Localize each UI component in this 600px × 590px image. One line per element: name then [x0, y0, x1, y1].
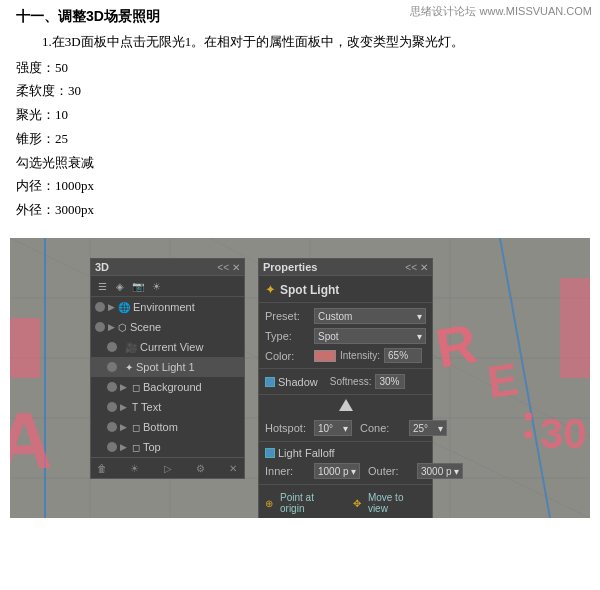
bottom-render-icon[interactable]: ▷ — [161, 461, 175, 475]
svg-rect-17 — [560, 278, 590, 378]
panel-props: Properties << ✕ ✦ Spot Light Preset: C — [258, 258, 433, 518]
cone-dropdown[interactable]: 25° ▾ — [409, 420, 447, 436]
hotspot-chevron-icon: ▾ — [343, 423, 348, 434]
point-at-origin-btn[interactable]: Point at origin — [280, 490, 341, 516]
bottom-icon: ◻ — [132, 422, 140, 433]
page-container: 思绪设计论坛 www.MISSVUAN.COM 十一、调整3D场景照明 1.在3… — [0, 0, 600, 590]
expand-icon: ▶ — [108, 302, 115, 312]
eye-icon — [95, 322, 105, 332]
intensity-field[interactable]: 65% — [384, 348, 422, 363]
bottom-add-icon[interactable]: ☀ — [128, 461, 142, 475]
shadow-checkbox[interactable] — [265, 377, 275, 387]
bg-icon: ◻ — [132, 382, 140, 393]
props-light-label: Spot Light — [280, 283, 339, 297]
param-strength: 强度：50 — [16, 58, 584, 79]
row-bottom-label: Bottom — [143, 421, 178, 433]
row-currentview-label: Current View — [140, 341, 203, 353]
falloff-toggle[interactable]: Light Falloff — [265, 445, 426, 461]
panel-3d-toolbar: ☰ ◈ 📷 ☀ — [91, 276, 244, 297]
row-environment-label: Environment — [133, 301, 195, 313]
props-hotspot-row: Hotspot: 10° ▾ Cone: 25° ▾ — [265, 418, 426, 438]
move-icon: ✥ — [353, 498, 361, 509]
falloff-label: Light Falloff — [278, 447, 335, 459]
outer-label: Outer: — [368, 465, 413, 477]
shadow-checkbox-label[interactable]: Shadow — [265, 376, 318, 388]
panel-props-titlebar: Properties << ✕ — [259, 259, 432, 276]
inner-label: Inner: — [265, 465, 310, 477]
row-scene-label: Scene — [130, 321, 161, 333]
props-falloff-section: Light Falloff Inner: 1000 p ▾ Outer: 300… — [259, 442, 432, 485]
param-inner: 内径：1000px — [16, 176, 584, 197]
softness-label: Softness: — [330, 376, 372, 387]
row-spotlight-label: Spot Light 1 — [136, 361, 195, 373]
inner-dropdown[interactable]: 1000 p ▾ — [314, 463, 360, 479]
panel-props-title: Properties — [263, 261, 317, 273]
svg-rect-16 — [10, 318, 40, 378]
preset-dropdown[interactable]: Custom ▾ — [314, 308, 426, 324]
move-to-view-btn[interactable]: Move to view — [368, 490, 426, 516]
panel-3d-collapse[interactable]: << — [217, 262, 229, 273]
param-cone: 锥形：25 — [16, 129, 584, 150]
panel-3d: 3D << ✕ ☰ ◈ 📷 ☀ ▶ 🌐 Environment — [90, 258, 245, 479]
panel-row-background[interactable]: ▶ ◻ Background — [91, 377, 244, 397]
outer-dropdown[interactable]: 3000 p ▾ — [417, 463, 463, 479]
props-preset-section: Preset: Custom ▾ Type: Spot ▾ Colo — [259, 303, 432, 369]
cone-label: Cone: — [360, 422, 405, 434]
toolbar-list-icon[interactable]: ☰ — [95, 279, 109, 293]
param-falloff: 勾选光照衰减 — [16, 153, 584, 174]
type-value: Spot — [318, 331, 339, 342]
expand-icon: ▶ — [120, 442, 127, 452]
intensity-label: Intensity: — [340, 350, 380, 361]
color-label: Color: — [265, 350, 310, 362]
panel-row-spotlight[interactable]: ✦ Spot Light 1 — [91, 357, 244, 377]
param-spotlight: 聚光：10 — [16, 105, 584, 126]
hotspot-dropdown[interactable]: 10° ▾ — [314, 420, 352, 436]
props-light-header: ✦ Spot Light — [259, 276, 432, 303]
triangle-indicator — [259, 395, 432, 415]
panel-row-text[interactable]: ▶ T Text — [91, 397, 244, 417]
view-icon: 🎥 — [125, 342, 137, 353]
row-top-label: Top — [143, 441, 161, 453]
props-header-row: ✦ Spot Light — [265, 279, 426, 299]
panel-3d-close[interactable]: ✕ — [232, 262, 240, 273]
outer-chevron-icon: ▾ — [454, 466, 459, 477]
props-color-row: Color: Intensity: 65% — [265, 346, 426, 365]
panel-row-currentview[interactable]: 🎥 Current View — [91, 337, 244, 357]
expand-icon: ▶ — [120, 422, 127, 432]
hotspot-value: 10° — [318, 423, 333, 434]
props-inner-row: Inner: 1000 p ▾ Outer: 3000 p ▾ — [265, 461, 426, 481]
param-outer: 外径：3000px — [16, 200, 584, 221]
eye-icon — [107, 362, 117, 372]
toolbar-scene-icon[interactable]: ◈ — [113, 279, 127, 293]
type-dropdown[interactable]: Spot ▾ — [314, 328, 426, 344]
svg-text:R: R — [431, 312, 481, 380]
intensity-value: 65% — [388, 350, 408, 361]
row-background-label: Background — [143, 381, 202, 393]
bottom-settings-icon[interactable]: ⚙ — [193, 461, 207, 475]
preset-value: Custom — [318, 311, 352, 322]
panel-row-bottom[interactable]: ▶ ◻ Bottom — [91, 417, 244, 437]
panel-props-controls: << ✕ — [405, 262, 428, 273]
falloff-checkbox[interactable] — [265, 448, 275, 458]
falloff-checkbox-label[interactable]: Light Falloff — [265, 447, 426, 459]
toolbar-light-icon[interactable]: ☀ — [149, 279, 163, 293]
panel-row-environment[interactable]: ▶ 🌐 Environment — [91, 297, 244, 317]
props-preset-row: Preset: Custom ▾ — [265, 306, 426, 326]
panel-props-close[interactable]: ✕ — [420, 262, 428, 273]
svg-text:E: E — [484, 353, 521, 408]
softness-field[interactable]: 30% — [375, 374, 405, 389]
panel-3d-titlebar: 3D << ✕ — [91, 259, 244, 276]
instruction-text: 1.在3D面板中点击无限光1。在相对于的属性面板中，改变类型为聚光灯。 — [16, 32, 584, 52]
toolbar-camera-icon[interactable]: 📷 — [131, 279, 145, 293]
props-shadow-section: Shadow Softness: 30% — [259, 369, 432, 395]
color-swatch[interactable] — [314, 350, 336, 362]
env-icon: 🌐 — [118, 302, 130, 313]
panel-row-scene[interactable]: ▶ ⬡ Scene — [91, 317, 244, 337]
props-type-row: Type: Spot ▾ — [265, 326, 426, 346]
spotlight-icon: ✦ — [265, 282, 276, 297]
panel-props-collapse[interactable]: << — [405, 262, 417, 273]
panel-row-top[interactable]: ▶ ◻ Top — [91, 437, 244, 457]
bottom-delete-icon[interactable]: ✕ — [226, 461, 240, 475]
panel-3d-title: 3D — [95, 261, 109, 273]
bottom-trash-icon[interactable]: 🗑 — [95, 461, 109, 475]
